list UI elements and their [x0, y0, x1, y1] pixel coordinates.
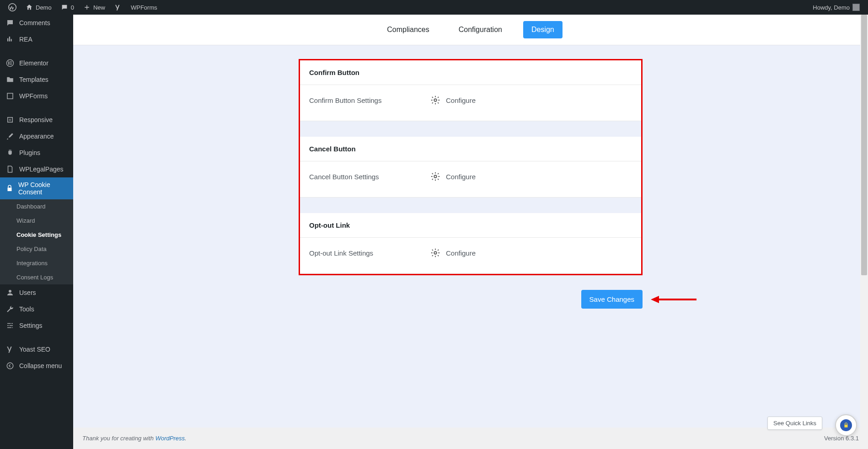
lock-icon [5, 184, 14, 193]
configure-label: Configure [446, 96, 476, 104]
svg-point-10 [7, 363, 13, 369]
quick-links-button[interactable]: See Quick Links [767, 417, 822, 430]
yoast-toolbar[interactable] [110, 0, 126, 15]
avatar [852, 4, 860, 11]
section-cancel-button: Cancel Button Cancel Button Settings Con… [300, 137, 641, 198]
annotation-highlight-box: Confirm Button Confirm Button Settings C… [299, 59, 643, 275]
sidebar-item-label: WPLegalPages [19, 166, 64, 173]
sidebar-item-settings[interactable]: Settings [0, 317, 73, 334]
sliders-icon [5, 321, 15, 330]
sidebar-item-appearance[interactable]: Appearance [0, 128, 73, 144]
sidebar-item-label: Yoast SEO [19, 346, 50, 353]
sidebar-item-label: Settings [19, 322, 43, 329]
setting-label: Cancel Button Settings [309, 173, 412, 181]
save-changes-button[interactable]: Save Changes [581, 290, 643, 309]
submenu-dashboard[interactable]: Dashboard [0, 199, 73, 214]
folder-icon [5, 75, 15, 84]
tabs-bar: Compliances Configuration Design [73, 15, 868, 45]
configure-opt-out-link[interactable]: Configure [430, 248, 476, 258]
sidebar-item-tools[interactable]: Tools [0, 301, 73, 317]
section-confirm-button: Confirm Button Confirm Button Settings C… [300, 60, 641, 121]
sidebar-item-label: Plugins [19, 149, 40, 156]
sidebar-item-label: Collapse menu [19, 362, 62, 369]
wpforms-toolbar[interactable]: WPForms [126, 0, 162, 15]
admin-bar: Demo 0 New WPForms Howdy, Demo [0, 0, 868, 15]
sidebar-item-templates[interactable]: Templates [0, 71, 73, 88]
sidebar-item-responsive[interactable]: R Responsive [0, 112, 73, 128]
comment-icon [61, 4, 68, 11]
sidebar-item-wplegalpages[interactable]: WPLegalPages [0, 161, 73, 177]
new-label: New [93, 4, 105, 11]
section-title: Cancel Button [300, 137, 641, 161]
sidebar-item-label: Comments [19, 19, 50, 27]
sidebar-item-label: WPForms [19, 92, 48, 100]
main-content: Compliances Configuration Design Confirm… [73, 15, 868, 449]
wp-logo[interactable] [4, 0, 21, 15]
footer-version: Version 6.3.1 [824, 435, 859, 442]
configure-cancel-button[interactable]: Configure [430, 171, 476, 182]
site-name-link[interactable]: Demo [21, 0, 56, 15]
brush-icon [5, 132, 15, 141]
sidebar-item-wpforms[interactable]: WPForms [0, 88, 73, 104]
svg-point-13 [434, 251, 437, 254]
sidebar-item-rea[interactable]: REA [0, 31, 73, 48]
responsive-icon: R [5, 115, 15, 124]
configure-label: Configure [446, 173, 476, 181]
sidebar-item-plugins[interactable]: Plugins [0, 144, 73, 161]
scrollbar[interactable] [860, 15, 868, 449]
home-icon [26, 4, 33, 11]
tab-compliances[interactable]: Compliances [379, 21, 437, 38]
wpforms-label: WPForms [131, 4, 157, 11]
sidebar-item-comments[interactable]: Comments [0, 15, 73, 31]
svg-text:R: R [9, 118, 11, 122]
wrench-icon [5, 305, 15, 314]
sidebar-item-label: Responsive [19, 116, 53, 123]
forms-icon [5, 91, 15, 101]
submenu-wizard[interactable]: Wizard [0, 214, 73, 228]
admin-bar-right[interactable]: Howdy, Demo [813, 4, 864, 11]
page-icon [5, 165, 15, 174]
comments-link[interactable]: 0 [56, 0, 79, 15]
sidebar-item-label: Elementor [19, 59, 48, 67]
wordpress-link[interactable]: WordPress [155, 435, 185, 442]
comment-icon [5, 18, 15, 27]
sidebar-item-yoast[interactable]: Yoast SEO [0, 341, 73, 358]
panel-area: Confirm Button Confirm Button Settings C… [73, 45, 868, 428]
float-badge[interactable] [835, 414, 857, 436]
plus-icon [83, 4, 91, 11]
scrollbar-thumb[interactable] [861, 15, 867, 275]
submenu-consent-logs[interactable]: Consent Logs [0, 270, 73, 284]
gear-icon [430, 95, 440, 105]
submenu-policy-data[interactable]: Policy Data [0, 242, 73, 256]
submenu-integrations[interactable]: Integrations [0, 256, 73, 270]
comments-count: 0 [71, 4, 74, 11]
new-link[interactable]: New [79, 0, 110, 15]
sidebar-item-users[interactable]: Users [0, 284, 73, 301]
annotation-arrow-icon [651, 294, 697, 305]
sidebar-item-elementor[interactable]: Elementor [0, 55, 73, 71]
elementor-icon [5, 59, 15, 68]
yoast-icon [5, 345, 15, 354]
gear-icon [430, 248, 440, 258]
section-opt-out-link: Opt-out Link Opt-out Link Settings Confi… [300, 213, 641, 274]
sidebar-item-label: WP Cookie Consent [18, 181, 68, 196]
tab-design[interactable]: Design [523, 21, 563, 38]
svg-point-9 [9, 290, 11, 293]
admin-footer: Thank you for creating with WordPress. V… [73, 428, 868, 449]
wordpress-icon [8, 3, 16, 11]
svg-rect-6 [7, 93, 13, 99]
setting-label: Opt-out Link Settings [309, 249, 412, 257]
sidebar-item-label: Appearance [19, 133, 54, 140]
footer-thanks: Thank you for creating with WordPress. [82, 435, 187, 442]
svg-rect-3 [10, 61, 12, 62]
configure-confirm-button[interactable]: Configure [430, 95, 476, 105]
submenu-cookie-settings[interactable]: Cookie Settings [0, 228, 73, 242]
collapse-icon [5, 361, 15, 370]
howdy-text: Howdy, Demo [813, 4, 850, 11]
svg-rect-5 [10, 64, 12, 65]
tab-configuration[interactable]: Configuration [450, 21, 510, 38]
section-title: Opt-out Link [300, 213, 641, 238]
sidebar-item-wp-cookie-consent[interactable]: WP Cookie Consent [0, 177, 73, 199]
svg-rect-4 [10, 63, 12, 64]
sidebar-collapse[interactable]: Collapse menu [0, 358, 73, 374]
